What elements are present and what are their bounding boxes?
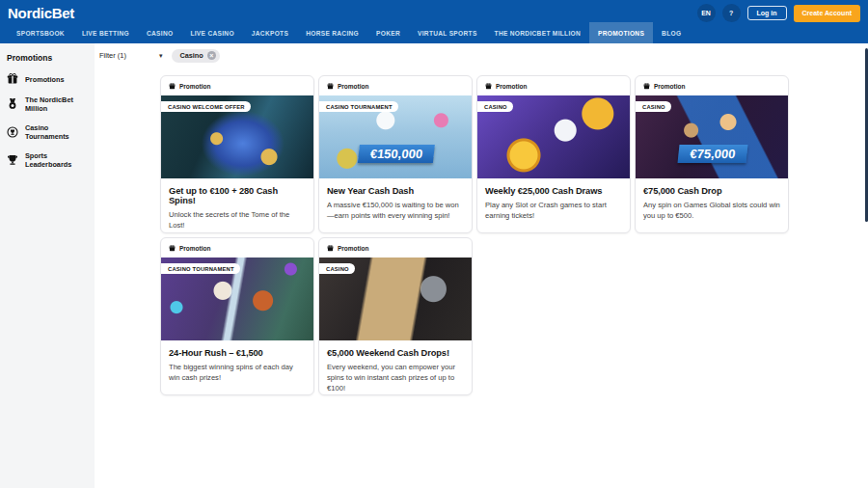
filter-dropdown[interactable]: Filter (1) ▾ [99,51,162,60]
help-icon[interactable]: ? [722,4,741,22]
promo-title: Weekly €25,000 Cash Draws [477,178,630,196]
promo-badge: CASINO TOURNAMENT [161,263,240,274]
promo-card-cash-drop[interactable]: Promotion CASINO €75,000 €75,000 Cash Dr… [635,75,789,233]
chevron-down-icon: ▾ [159,52,163,60]
card-tag: Promotion [636,76,788,95]
promo-image-kraken: CASINO WELCOME OFFER [161,95,314,178]
promo-image-rush: CASINO TOURNAMENT [161,258,314,340]
promo-badge: CASINO [636,101,671,112]
language-selector[interactable]: EN [697,4,716,22]
promo-image-new-year: CASINO TOURNAMENT €150,000 [319,95,473,178]
card-tag-label: Promotion [654,83,686,90]
nav-sportsbook[interactable]: SPORTSBOOK [8,22,73,43]
promo-card-new-year-cash-dash[interactable]: Promotion CASINO TOURNAMENT €150,000 New… [318,75,473,233]
promotions-sidebar: Promotions Promotions The NordicBet Mill… [0,43,95,488]
tournament-icon [7,126,18,138]
card-tag: Promotion [319,76,472,95]
promo-badge: CASINO [319,263,355,274]
promo-description: Every weekend, you can empower your spin… [319,358,472,393]
nav-virtual-sports[interactable]: VIRTUAL SPORTS [409,22,486,43]
promo-title: New Year Cash Dash [319,178,472,196]
nav-jackpots[interactable]: JACKPOTS [243,22,297,43]
card-tag: Promotion [319,238,472,258]
nav-blog[interactable]: BLOG [653,22,690,43]
top-header: NordicBet EN ? Log in Create Account SPO… [0,0,868,43]
promo-title: €75,000 Cash Drop [636,178,788,196]
top-bar: NordicBet EN ? Log in Create Account [0,0,868,22]
nav-the-nordicbet-million[interactable]: THE NORDICBET MILLION [486,22,589,43]
page: NordicBet EN ? Log in Create Account SPO… [0,0,868,488]
promo-image-robot: CASINO [477,95,631,178]
sidebar-item-casino-tournaments[interactable]: Casino Tournaments [7,123,88,141]
sidebar-item-label: Sports Leaderboards [25,151,88,169]
filter-row: Filter (1) ▾ Casino × [95,43,868,63]
main-content: Filter (1) ▾ Casino × Promotion CASINO W… [95,43,868,488]
promo-description: The biggest winning spins of each day wi… [161,358,313,383]
main-nav: SPORTSBOOK LIVE BETTING CASINO LIVE CASI… [0,22,868,43]
medal-icon [7,98,18,110]
promo-title: 24-Hour Rush – €1,500 [161,340,313,358]
card-tag-label: Promotion [179,245,211,252]
nav-horse-racing[interactable]: HORSE RACING [297,22,367,43]
nav-promotions[interactable]: PROMOTIONS [589,22,653,43]
nav-casino[interactable]: CASINO [138,22,181,43]
card-tag: Promotion [477,76,630,95]
gift-icon [327,83,334,90]
nav-live-casino[interactable]: LIVE CASINO [181,22,242,43]
promo-description: Any spin on Games Global slots could win… [636,196,788,221]
promo-title: €5,000 Weekend Cash Drops! [319,340,472,358]
promo-badge: CASINO [477,101,513,112]
promo-title: Get up to €100 + 280 Cash Spins! [161,178,313,205]
sidebar-item-sports-leaderboards[interactable]: Sports Leaderboards [7,151,88,169]
filter-chip-casino[interactable]: Casino × [172,49,219,63]
sidebar-title: Promotions [7,53,88,63]
promo-card-weekend-cash-drops[interactable]: Promotion CASINO €5,000 Weekend Cash Dro… [318,237,473,395]
sidebar-item-label: The NordicBet Million [25,95,88,113]
chip-label: Casino [179,51,203,60]
sidebar-item-nordicbet-million[interactable]: The NordicBet Million [7,95,88,113]
promo-card-welcome-offer[interactable]: Promotion CASINO WELCOME OFFER Get up to… [160,75,314,233]
create-account-button[interactable]: Create Account [794,5,860,22]
card-tag: Promotion [161,76,313,95]
nav-live-betting[interactable]: LIVE BETTING [73,22,138,43]
card-tag-label: Promotion [179,83,211,90]
header-actions: EN ? Log in Create Account [697,4,860,22]
login-button[interactable]: Log in [747,6,787,20]
sidebar-item-label: Promotions [25,75,65,84]
gift-icon [169,83,176,90]
nordicbet-logo[interactable]: NordicBet [8,5,74,21]
prize-ribbon: €150,000 [358,145,435,163]
promo-description: Play any Slot or Crash games to start ea… [477,196,630,221]
promo-image-cash-drop: CASINO €75,000 [636,95,789,178]
promo-card-weekly-cash-draws[interactable]: Promotion CASINO Weekly €25,000 Cash Dra… [476,75,631,233]
sidebar-item-promotions[interactable]: Promotions [7,73,88,85]
prize-ribbon: €75,000 [678,145,748,163]
chip-close-icon[interactable]: × [207,51,216,60]
promo-badge: CASINO WELCOME OFFER [161,101,251,112]
card-tag: Promotion [161,238,313,258]
gift-icon [643,83,650,90]
nav-poker[interactable]: POKER [367,22,409,43]
promo-badge: CASINO TOURNAMENT [319,101,398,112]
sidebar-item-label: Casino Tournaments [25,123,88,141]
filter-label: Filter (1) [99,51,126,60]
gift-icon [485,83,492,90]
gift-icon [7,73,18,85]
promo-image-map: CASINO [319,258,473,340]
card-tag-label: Promotion [338,83,369,90]
promo-description: A massive €150,000 is waiting to be won—… [319,196,472,221]
card-tag-label: Promotion [338,245,369,252]
gift-icon [169,245,176,252]
promo-description: Unlock the secrets of the Tome of the Lo… [161,205,313,230]
promotion-grid: Promotion CASINO WELCOME OFFER Get up to… [160,75,793,395]
promo-card-24-hour-rush[interactable]: Promotion CASINO TOURNAMENT 24-Hour Rush… [160,237,314,395]
trophy-icon [7,154,18,166]
gift-icon [327,245,334,252]
card-tag-label: Promotion [496,83,528,90]
